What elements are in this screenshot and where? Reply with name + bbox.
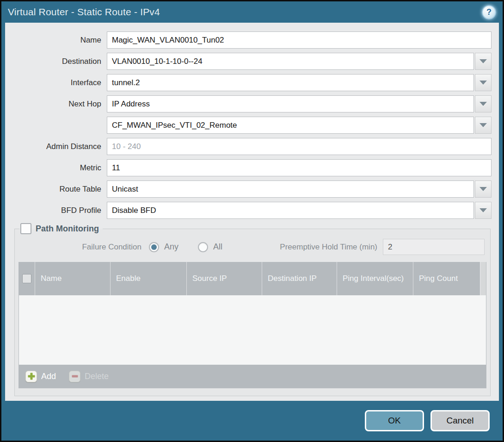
route-table-select[interactable]: Unicast [107, 181, 474, 198]
path-monitoring-table: Name Enable Source IP Destination IP Pin… [18, 262, 486, 388]
form-row-nexthop-type: Next Hop IP Address [12, 95, 492, 112]
preemptive-hold-label: Preemptive Hold Time (min) [280, 243, 377, 252]
metric-label: Metric [12, 163, 101, 173]
plus-icon [25, 371, 37, 382]
bfd-profile-value: Disable BFD [112, 206, 156, 215]
path-monitoring-checkbox[interactable] [20, 223, 31, 234]
radio-selected-icon [149, 242, 159, 252]
bfd-profile-label: BFD Profile [12, 206, 101, 215]
dialog-titlebar: Virtual Router - Static Route - IPv4 ? [1, 1, 503, 23]
nexthop-address-dropdown-button[interactable] [475, 117, 492, 134]
radio-unselected-icon [198, 242, 208, 252]
add-button-label: Add [41, 372, 56, 381]
form-row-route-table: Route Table Unicast [12, 181, 492, 198]
interface-value: tunnel.2 [112, 78, 140, 87]
failure-condition-all-radio[interactable]: All [198, 242, 222, 252]
dialog-footer: OK Cancel [1, 401, 503, 441]
preemptive-hold-input[interactable] [383, 239, 485, 255]
chevron-down-icon [479, 81, 487, 85]
bfd-profile-select[interactable]: Disable BFD [107, 202, 474, 219]
table-header-enable: Enable [110, 262, 186, 295]
form-row-nexthop-address: CF_MWAN_IPsec_VTI_02_Remote [12, 117, 492, 134]
failure-condition-label: Failure Condition [19, 243, 141, 252]
table-toolbar: Add Delete [19, 365, 486, 388]
destination-select[interactable]: VLAN0010_10-1-10-0--24 [107, 53, 474, 70]
table-header-destination-ip: Destination IP [262, 262, 337, 295]
name-label: Name [12, 36, 101, 45]
chevron-down-icon [479, 59, 487, 63]
failure-condition-all-label: All [213, 242, 222, 252]
nexthop-type-select[interactable]: IP Address [107, 95, 474, 112]
dialog-title: Virtual Router - Static Route - IPv4 [8, 6, 160, 18]
interface-dropdown-button[interactable] [475, 74, 492, 91]
table-header-row: Name Enable Source IP Destination IP Pin… [19, 262, 486, 295]
delete-button[interactable]: Delete [69, 371, 109, 382]
form-row-bfd-profile: BFD Profile Disable BFD [12, 202, 492, 219]
destination-label: Destination [12, 57, 101, 66]
table-scrollbar-strip [480, 262, 486, 295]
route-table-value: Unicast [112, 185, 138, 194]
table-header-ping-count: Ping Count [413, 262, 480, 295]
minus-icon [69, 371, 80, 382]
admin-distance-input[interactable] [107, 138, 492, 155]
table-header-ping-interval: Ping Interval(sec) [337, 262, 413, 295]
route-table-dropdown-button[interactable] [475, 181, 492, 198]
route-table-label: Route Table [12, 185, 101, 194]
interface-label: Interface [12, 78, 101, 87]
failure-condition-row: Failure Condition Any All Preemptive Hol… [19, 239, 485, 255]
destination-value: VLAN0010_10-1-10-0--24 [112, 57, 203, 66]
bfd-profile-dropdown-button[interactable] [475, 202, 492, 219]
chevron-down-icon [479, 208, 487, 212]
failure-condition-any-label: Any [164, 242, 178, 252]
form-row-destination: Destination VLAN0010_10-1-10-0--24 [12, 53, 492, 70]
select-all-checkbox[interactable] [22, 274, 31, 283]
table-header-name: Name [35, 262, 110, 295]
nexthop-type-value: IP Address [112, 100, 150, 109]
interface-select[interactable]: tunnel.2 [107, 74, 474, 91]
chevron-down-icon [479, 123, 487, 127]
nexthop-address-select[interactable]: CF_MWAN_IPsec_VTI_02_Remote [107, 117, 474, 134]
preemptive-hold-group: Preemptive Hold Time (min) [280, 239, 485, 255]
metric-input[interactable] [107, 159, 492, 176]
ok-button[interactable]: OK [365, 410, 424, 431]
table-header-source-ip: Source IP [186, 262, 262, 295]
cancel-button[interactable]: Cancel [430, 410, 490, 431]
path-monitoring-legend: Path Monitoring [19, 223, 103, 234]
path-monitoring-section: Path Monitoring Failure Condition Any Al… [14, 223, 491, 396]
form-row-metric: Metric [12, 159, 492, 176]
admin-distance-label: Admin Distance [12, 142, 101, 151]
path-monitoring-title: Path Monitoring [36, 224, 99, 234]
add-button[interactable]: Add [25, 371, 56, 382]
form-row-admin-distance: Admin Distance [12, 138, 492, 155]
form-content: Name Destination VLAN0010_10-1-10-0--24 [5, 23, 499, 401]
help-icon[interactable]: ? [482, 5, 496, 19]
chevron-down-icon [479, 102, 487, 106]
delete-button-label: Delete [85, 372, 109, 381]
name-input[interactable] [107, 31, 492, 49]
nexthop-type-dropdown-button[interactable] [475, 95, 492, 112]
failure-condition-any-radio[interactable]: Any [149, 242, 178, 252]
destination-dropdown-button[interactable] [475, 53, 492, 70]
table-body-empty [19, 295, 486, 365]
chevron-down-icon [479, 187, 487, 191]
nexthop-label: Next Hop [12, 100, 101, 109]
static-route-dialog: Virtual Router - Static Route - IPv4 ? N… [0, 0, 504, 442]
dialog-body: Name Destination VLAN0010_10-1-10-0--24 [1, 23, 503, 401]
table-header-checkbox-cell [19, 262, 35, 295]
form-row-name: Name [12, 31, 492, 49]
form-row-interface: Interface tunnel.2 [12, 74, 492, 91]
nexthop-address-value: CF_MWAN_IPsec_VTI_02_Remote [112, 121, 237, 130]
